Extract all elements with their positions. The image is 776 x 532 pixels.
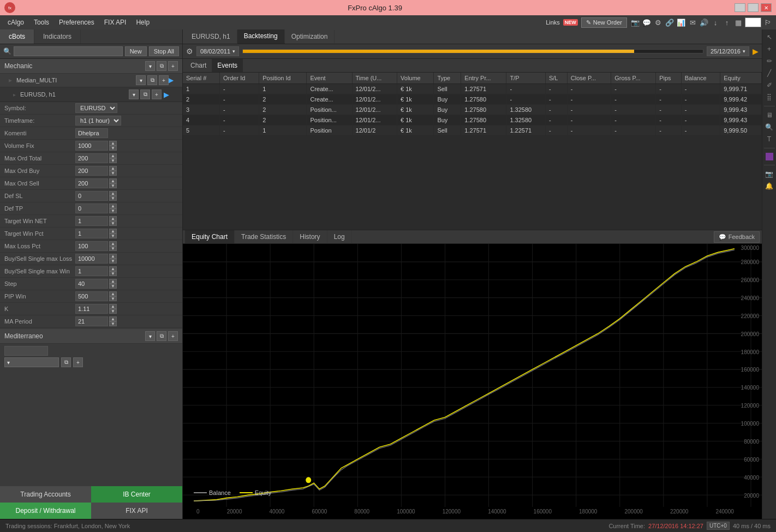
param-input[interactable]	[75, 291, 108, 301]
spin-down[interactable]: ▼	[109, 183, 117, 188]
new-order-button[interactable]: ✎ New Order	[581, 17, 627, 28]
export-icon[interactable]: ↑	[722, 17, 732, 27]
cursor-icon[interactable]: ↖	[764, 32, 775, 43]
new-bot-button[interactable]: New	[125, 46, 147, 56]
param-input[interactable]	[75, 178, 108, 188]
spin-down[interactable]: ▼	[109, 296, 117, 301]
monitor-icon[interactable]: 🖥	[764, 110, 775, 121]
tab-log[interactable]: Log	[327, 230, 352, 243]
play-icon[interactable]: ▶	[169, 76, 174, 84]
param-input[interactable]	[75, 141, 108, 151]
instance-dropdown[interactable]: ▾	[136, 75, 146, 85]
spin-up[interactable]: ▲	[109, 141, 117, 146]
camera2-icon[interactable]: 📷	[764, 169, 775, 180]
param-input[interactable]	[75, 254, 108, 264]
gear-icon[interactable]: ⚙	[186, 47, 193, 56]
bell-icon[interactable]: 🔔	[764, 181, 775, 192]
param-input[interactable]	[75, 153, 108, 163]
param-input[interactable]	[75, 128, 108, 138]
close-button[interactable]: ✕	[761, 3, 772, 12]
connect-icon[interactable]: 🔗	[665, 17, 674, 27]
table-row[interactable]: 5-1Position12/01/2€ 1kSell1.275711.22571…	[183, 125, 762, 136]
tab-optimization[interactable]: Optimization	[285, 30, 335, 43]
param-input[interactable]	[75, 304, 108, 314]
minimize-button[interactable]: ─	[735, 3, 745, 12]
stop-all-button[interactable]: Stop All	[149, 46, 179, 56]
param-input[interactable]	[75, 216, 108, 226]
instance-copy[interactable]: ⧉	[147, 75, 157, 85]
spin-up[interactable]: ▲	[109, 191, 117, 196]
spin-up[interactable]: ▲	[109, 304, 117, 309]
menu-fixapi[interactable]: FIX API	[100, 17, 131, 28]
spin-down[interactable]: ▼	[109, 196, 117, 201]
grid-tool-icon[interactable]: ⣿	[764, 92, 775, 103]
spin-up[interactable]: ▲	[109, 229, 117, 234]
bot-dropdown-mechanic[interactable]: ▾	[145, 61, 155, 71]
bot-copy-mechanic[interactable]: ⧉	[157, 61, 166, 71]
med-add-2[interactable]: +	[73, 357, 83, 367]
tab-indicators[interactable]: Indicators	[34, 29, 81, 44]
fix-api-button[interactable]: FIX API	[91, 503, 182, 519]
start-date-picker[interactable]: 08/02/2011 ▾	[196, 46, 239, 56]
param-input[interactable]	[75, 204, 108, 213]
table-row[interactable]: 3-2Position...12/01/2...€ 1kBuy1.275801.…	[183, 105, 762, 115]
param-input[interactable]	[75, 241, 108, 251]
tab-eurusd[interactable]: EURUSD, h1	[185, 30, 237, 43]
table-row[interactable]: 4-2Position...12/01/2...€ 1kBuy1.275801.…	[183, 115, 762, 125]
param-input[interactable]	[75, 279, 108, 289]
spin-up[interactable]: ▲	[109, 166, 117, 171]
pencil-tool-icon[interactable]: ✏	[764, 56, 775, 67]
line-tool-icon[interactable]: ╱	[764, 68, 775, 79]
spin-down[interactable]: ▼	[109, 246, 117, 251]
spin-down[interactable]: ▼	[109, 259, 117, 264]
spin-down[interactable]: ▼	[109, 321, 117, 326]
tab-events[interactable]: Events	[212, 59, 243, 72]
spin-down[interactable]: ▼	[109, 284, 117, 289]
tab-history[interactable]: History	[293, 230, 327, 243]
spin-up[interactable]: ▲	[109, 279, 117, 284]
sub-instance-eurusd[interactable]: ▸ EURUSD, h1 ▾ ⧉ + ▶	[0, 87, 182, 102]
mail-icon[interactable]: ✉	[688, 17, 697, 27]
play-forward-icon[interactable]: ▶	[753, 47, 759, 56]
param-input[interactable]	[75, 316, 108, 326]
spin-up[interactable]: ▲	[109, 254, 117, 259]
bot-header-mechanic[interactable]: Mechanic ▾ ⧉ +	[0, 59, 182, 74]
menu-help[interactable]: Help	[132, 17, 154, 28]
spin-down[interactable]: ▼	[109, 221, 117, 226]
instance-add[interactable]: +	[159, 75, 169, 85]
menu-preferences[interactable]: Preferences	[55, 17, 99, 28]
tab-trade-statistics[interactable]: Trade Statistics	[235, 230, 293, 243]
flag-icon[interactable]: 🏳	[763, 17, 773, 27]
tab-cbots[interactable]: cBots	[0, 29, 34, 44]
sub-dropdown[interactable]: ▾	[129, 89, 139, 99]
sub-add[interactable]: +	[152, 89, 162, 99]
search-icon[interactable]: 🔍	[3, 47, 11, 55]
timeline-bar[interactable]	[242, 49, 703, 53]
timeframe-select[interactable]: h1 (1 hour)	[75, 116, 121, 125]
chart-icon[interactable]: 📊	[676, 17, 686, 27]
spin-up[interactable]: ▲	[109, 291, 117, 296]
spin-up[interactable]: ▲	[109, 153, 117, 158]
table-row[interactable]: 2-2Create...12/01/2...€ 1kBuy1.27580----…	[183, 94, 762, 105]
plus-icon[interactable]: +	[764, 44, 775, 55]
spin-down[interactable]: ▼	[109, 158, 117, 163]
spin-down[interactable]: ▼	[109, 146, 117, 151]
spin-up[interactable]: ▲	[109, 316, 117, 321]
import-icon[interactable]: ↓	[711, 17, 720, 27]
param-input[interactable]	[75, 229, 108, 238]
layout-icon[interactable]: ▦	[733, 17, 743, 27]
med-input[interactable]	[4, 346, 48, 356]
draw-icon[interactable]: ✐	[764, 80, 775, 91]
sub-play-icon[interactable]: ▶	[164, 91, 169, 99]
volume-icon[interactable]: 🔊	[699, 17, 709, 27]
med-dropdown-2[interactable]: ▾	[4, 357, 59, 367]
settings-icon[interactable]: ⚙	[653, 17, 663, 27]
tab-equity-chart[interactable]: Equity Chart	[185, 230, 235, 243]
deposit-withdrawal-button[interactable]: Deposit / Withdrawal	[0, 503, 91, 519]
trading-accounts-button[interactable]: Trading Accounts	[0, 486, 91, 503]
instance-median-multi[interactable]: ▸ Median_MULTI ▾ ⧉ + ▶	[0, 74, 182, 87]
feedback-button[interactable]: 💬 Feedback	[714, 231, 760, 243]
bot-add-med[interactable]: +	[168, 331, 178, 341]
bot-header-mediterraneo[interactable]: Mediterraneo ▾ ⧉ +	[0, 329, 182, 344]
zoom-icon[interactable]: 🔍	[764, 122, 775, 133]
